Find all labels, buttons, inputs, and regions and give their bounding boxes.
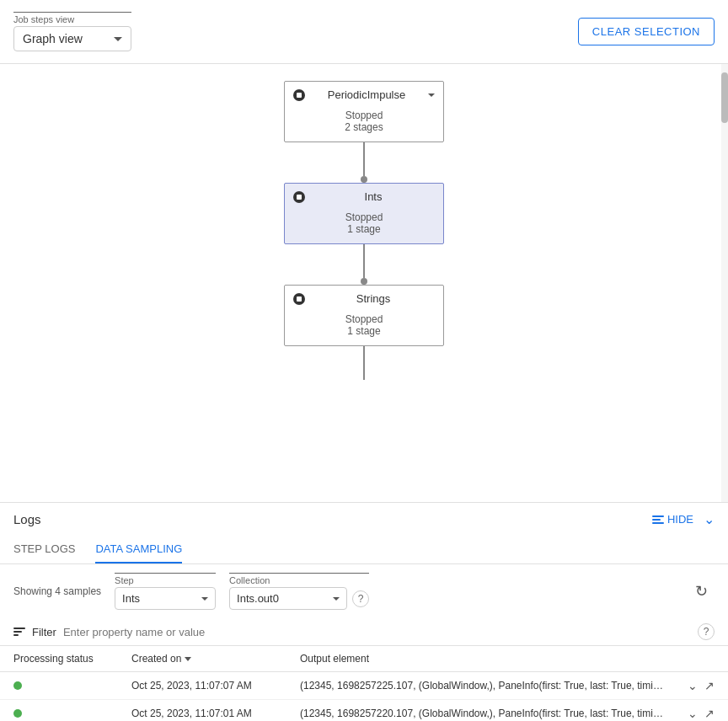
expand-icon[interactable]: ⌄ <box>704 511 715 527</box>
tab-step-logs[interactable]: STEP LOGS <box>13 536 75 563</box>
th-actions <box>664 653 715 665</box>
status-dot <box>13 709 22 718</box>
connector-dot-2 <box>361 278 367 285</box>
table-body: Oct 25, 2023, 11:07:07 AM (12345, 169825… <box>0 672 728 721</box>
table-header: Processing status Created on Output elem… <box>0 646 728 672</box>
output-element-cell-0: (12345, 1698257225.107, (GlobalWindow,),… <box>300 680 664 692</box>
logs-section: Logs HIDE ⌄ STEP LOGS DATA SAMPLING Show… <box>0 502 728 721</box>
table-row[interactable]: Oct 25, 2023, 11:07:01 AM (12345, 169825… <box>0 700 728 721</box>
node-periodicimpulse[interactable]: PeriodicImpulse Stopped 2 stages <box>284 81 444 142</box>
node-body-strings: Stopped 1 stage <box>285 312 443 345</box>
job-steps-view-container: Job steps view Graph view <box>13 12 131 51</box>
stop-icon-ints <box>293 191 305 203</box>
step-value: Ints <box>122 592 140 605</box>
row-open-button-0[interactable]: ↗ <box>704 679 715 692</box>
filters-row: Showing 4 samples Step Ints Collection I… <box>0 564 728 618</box>
filter-bar: Filter ? <box>0 618 728 646</box>
refresh-button[interactable]: ↻ <box>688 578 715 605</box>
output-element-cell-1: (12345, 1698257220.107, (GlobalWindow,),… <box>300 708 664 719</box>
row-expand-button-1[interactable]: ⌄ <box>688 707 698 720</box>
collection-dropdown[interactable]: Ints.out0 <box>229 587 347 610</box>
collection-value: Ints.out0 <box>237 592 279 605</box>
hide-label: HIDE <box>667 513 693 526</box>
hide-icon <box>652 515 664 524</box>
node-strings[interactable]: Strings Stopped 1 stage <box>284 285 444 346</box>
tabs-bar: STEP LOGS DATA SAMPLING <box>0 536 728 564</box>
stop-icon-periodicimpulse <box>293 89 305 101</box>
row-expand-button-0[interactable]: ⌄ <box>688 679 698 692</box>
node-body-ints: Stopped 1 stage <box>285 210 443 243</box>
chevron-down-icon <box>428 93 435 97</box>
node-header-strings: Strings <box>285 286 443 312</box>
status-cell-1 <box>13 709 131 718</box>
th-output-element: Output element <box>300 653 664 665</box>
collection-help-icon[interactable]: ? <box>352 590 369 607</box>
created-on-cell-1: Oct 25, 2023, 11:07:01 AM <box>131 708 300 719</box>
node-body-periodicimpulse: Stopped 2 stages <box>285 108 443 142</box>
row-actions-1: ⌄ ↗ <box>664 707 715 720</box>
scrollbar[interactable] <box>721 64 728 502</box>
hide-button[interactable]: HIDE <box>652 513 693 526</box>
collection-filter-label: Collection <box>229 573 369 585</box>
step-dropdown[interactable]: Ints <box>115 587 216 610</box>
node-header-periodicimpulse: PeriodicImpulse <box>285 82 443 108</box>
node-title-strings: Strings <box>312 292 435 305</box>
graph-view-dropdown[interactable]: Graph view <box>13 26 131 51</box>
step-filter: Step Ints <box>115 573 216 610</box>
graph-view-value: Graph view <box>23 32 83 45</box>
stop-icon-strings <box>293 293 305 305</box>
graph-area: PeriodicImpulse Stopped 2 stages Ints St… <box>0 64 728 502</box>
chevron-down-icon <box>114 37 122 41</box>
filter-icon <box>13 628 25 636</box>
row-actions-0: ⌄ ↗ <box>664 679 715 692</box>
showing-text: Showing 4 samples <box>13 585 101 597</box>
row-open-button-1[interactable]: ↗ <box>704 707 715 720</box>
node-header-ints: Ints <box>285 184 443 210</box>
chevron-down-icon <box>201 597 208 601</box>
connector-line-2 <box>363 244 365 278</box>
job-steps-label: Job steps view <box>13 12 131 24</box>
graph-nodes: PeriodicImpulse Stopped 2 stages Ints St… <box>284 64 444 502</box>
node-stages-strings: 1 stage <box>293 325 435 337</box>
created-on-cell-0: Oct 25, 2023, 11:07:07 AM <box>131 680 300 692</box>
node-ints[interactable]: Ints Stopped 1 stage <box>284 183 444 244</box>
node-status-periodicimpulse: Stopped <box>293 109 435 121</box>
node-stages-ints: 1 stage <box>293 223 435 235</box>
clear-selection-button[interactable]: CLEAR SELECTION <box>578 18 715 45</box>
logs-controls: HIDE ⌄ <box>652 511 715 527</box>
filter-help-icon[interactable]: ? <box>698 623 715 640</box>
connector-dot-1 <box>361 176 367 183</box>
step-filter-label: Step <box>115 573 216 585</box>
tab-data-sampling[interactable]: DATA SAMPLING <box>95 536 182 563</box>
connector-line-1 <box>363 142 365 176</box>
connector-line-3 <box>363 346 365 380</box>
node-status-ints: Stopped <box>293 211 435 223</box>
status-cell-0 <box>13 681 131 690</box>
th-created-on[interactable]: Created on <box>131 653 300 665</box>
filter-input[interactable] <box>63 626 691 638</box>
node-status-strings: Stopped <box>293 313 435 325</box>
filter-label-text: Filter <box>32 626 56 638</box>
collection-filter: Collection Ints.out0 ? <box>229 573 369 610</box>
node-stages-periodicimpulse: 2 stages <box>293 121 435 133</box>
status-dot <box>13 681 22 690</box>
sort-icon <box>185 657 191 661</box>
node-title-ints: Ints <box>312 190 435 203</box>
header: Job steps view Graph view CLEAR SELECTIO… <box>0 0 728 64</box>
refresh-icon: ↻ <box>695 582 708 601</box>
scrollbar-thumb <box>721 72 728 123</box>
chevron-down-icon <box>333 597 340 601</box>
node-title-periodicimpulse: PeriodicImpulse <box>312 88 421 101</box>
th-processing-status: Processing status <box>13 653 131 665</box>
logs-header: Logs HIDE ⌄ <box>0 503 728 536</box>
logs-title: Logs <box>13 512 41 526</box>
table-row[interactable]: Oct 25, 2023, 11:07:07 AM (12345, 169825… <box>0 672 728 700</box>
